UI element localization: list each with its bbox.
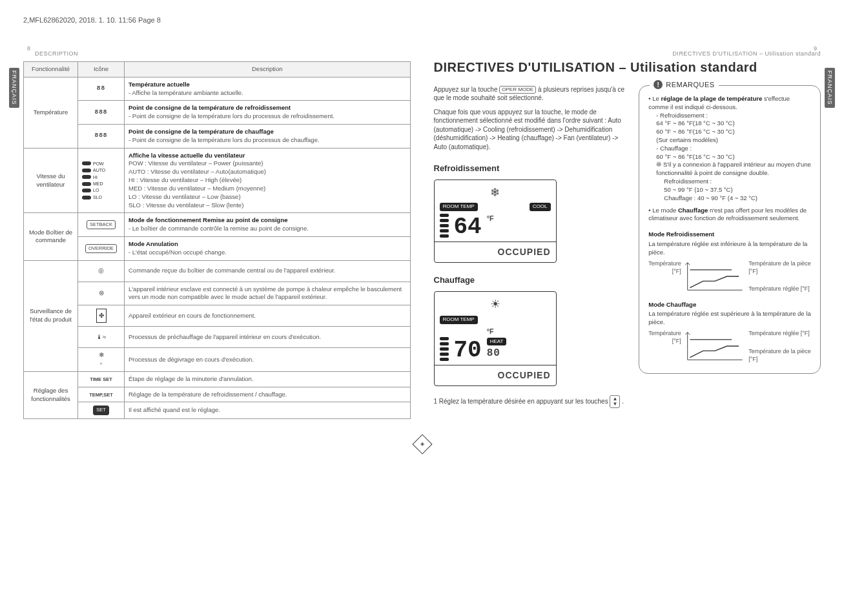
registration-mark: ◈	[23, 437, 821, 451]
section-heating: Chauffage	[434, 274, 625, 286]
table-row: Mode Boîtier de commande SETBACK Mode de…	[24, 213, 411, 237]
seg-88-icon: 88	[97, 82, 105, 96]
temp-set-icon: TEMP,SET	[89, 392, 113, 398]
fan-label: POW	[93, 161, 104, 167]
desc-title: Température actuelle	[129, 81, 190, 88]
sub-head: - Refroidissement :	[648, 112, 811, 120]
table-row: OVERRIDE Mode Annulation- L'état occupé/…	[24, 236, 411, 260]
fan-label: AUTO	[93, 167, 105, 173]
snowflake-icon: ❄	[440, 185, 551, 200]
text-strong: Chauffage	[678, 207, 708, 214]
list-item: 60 °F ~ 86 °F(16 °C ~ 30 °C)	[648, 128, 811, 136]
text: 1 Réglez la température désirée en appuy…	[434, 397, 610, 404]
y-axis-label: Température [°F]	[648, 260, 685, 293]
th-desc: Description	[125, 61, 411, 77]
table-row: ⊜ L'appareil intérieur esclave est conne…	[24, 282, 411, 305]
side-tab-left: FRANÇAIS	[9, 68, 19, 108]
table-row: ✤ Appareil extérieur en cours de fonctio…	[24, 305, 411, 327]
fan-bars-icon	[440, 214, 449, 238]
side-tab-right: FRANÇAIS	[825, 68, 835, 108]
slave-lock-icon: ⊜	[99, 286, 104, 300]
lcd-unit: °F	[487, 327, 494, 336]
desc-line: AUTO : Vitesse du ventilateur – Auto(aut…	[129, 168, 266, 175]
table-row: Vitesse du ventilateur POW AUTO HI MED L…	[24, 148, 411, 213]
text: • Le	[648, 95, 661, 102]
fan-speed-icon: POW AUTO HI MED LO SLO	[82, 161, 120, 201]
table-row: Réglage des fonctionnalités TIME SET Éta…	[24, 371, 411, 387]
remarks-head: ! REMARQUES	[650, 80, 718, 90]
mode-heat-body: La température réglée est supérieure à l…	[648, 310, 811, 327]
mode-heat-head: Mode Chauffage	[648, 301, 811, 309]
print-meta: 2,MFL62862020, 2018. 1. 10. 11:56 Page 8	[23, 15, 821, 25]
heat-pill: HEAT	[487, 338, 507, 346]
func-monitor: Surveillance de l'état du produit	[24, 260, 78, 371]
label-room: Température de la pièce [°F]	[748, 260, 811, 275]
desc-line: HI : Vitesse du ventilateur – High (élev…	[129, 176, 242, 183]
text: • Le mode	[648, 207, 678, 214]
graph-heating: Température [°F] Température rég	[648, 329, 811, 363]
desc-body: Processus de préchauffage de l'appareil …	[129, 333, 321, 340]
desc-body: Réglage de la température de refroidisse…	[129, 391, 287, 398]
desc-body: - L'état occupé/Non occupé change.	[129, 249, 227, 256]
y-axis-label: Température [°F]	[648, 329, 685, 363]
func-controlbox: Mode Boîtier de commande	[24, 213, 78, 260]
label-set: Température réglée [°F]	[748, 329, 811, 337]
lcd-unit: °F	[487, 214, 494, 223]
list-item: 64 °F ~ 86 °F(18 °C ~ 30 °C)	[648, 119, 811, 128]
mode-cool-body: La température réglée est inférieure à l…	[648, 240, 811, 257]
table-row: SET Il est affiché quand est le réglage.	[24, 402, 411, 418]
desc-line: MED : Vitesse du ventilateur – Medium (m…	[129, 185, 265, 192]
sequence-paragraph: Chaque fois que vous appuyez sur la touc…	[434, 108, 625, 152]
room-temp-pill: ROOM TEMP	[440, 316, 478, 324]
list-item: ❊ S'il y a connexion à l'appareil intéri…	[648, 161, 811, 178]
desc-body: Appareil extérieur en cours de fonctionn…	[129, 312, 256, 319]
list-item: Chauffage : 40 ~ 90 °F (4 ~ 32 °C)	[648, 194, 811, 203]
desc-line: POW : Vitesse du ventilateur – Power (pu…	[129, 159, 263, 167]
func-settings: Réglage des fonctionnalités	[24, 371, 78, 418]
remarks-box: ! REMARQUES • Le réglage de la plage de …	[639, 85, 821, 374]
sun-icon: ☀	[440, 296, 551, 312]
content-right: ! REMARQUES • Le réglage de la plage de …	[639, 85, 821, 408]
desc-title: Point de consigne de la température de c…	[129, 128, 274, 135]
oper-mode-key-icon: OPER MODE	[499, 86, 536, 94]
fan-label: SLO	[93, 194, 102, 200]
desc-body: Commande reçue du boîtier de commande ce…	[129, 267, 335, 274]
lcd-cooling: ❄ ROOM TEMP COOL 64 °F	[434, 180, 557, 263]
table-row: 888 Point de consigne de la température …	[24, 125, 411, 149]
page-title: DIRECTIVES D'UTILISATION – Utilisation s…	[434, 59, 821, 76]
occupied-label: OCCUPIED	[498, 247, 551, 257]
override-icon: OVERRIDE	[85, 244, 117, 253]
fan-label: MED	[93, 181, 103, 187]
lcd-temp: 70	[454, 340, 482, 361]
label-room: Température de la pièce [°F]	[748, 347, 811, 363]
step-1: 1 Réglez la température désirée en appuy…	[434, 395, 625, 408]
seg-888-heat-icon: 888	[94, 129, 107, 143]
table-row: TEMP,SET Réglage de la température de re…	[24, 387, 411, 402]
lcd-temp: 64	[454, 217, 482, 238]
desc-body: Processus de dégivrage en cours d'exécut…	[129, 356, 254, 363]
list-item: Refroidissement :	[648, 178, 811, 186]
table-row: Surveillance de l'état du produit ◎ Comm…	[24, 260, 411, 282]
sub-head: - Chauffage :	[648, 145, 811, 153]
page-spread: 8 DESCRIPTION FRANÇAIS Fonctionnalité Ic…	[23, 45, 821, 419]
running-head-right: DIRECTIVES D'UTILISATION – Utilisation s…	[434, 50, 821, 57]
intro-paragraph: Appuyez sur la touche OPER MODE à plusie…	[434, 85, 625, 103]
preheat-icon: 🌡≈	[96, 330, 106, 344]
func-fan: Vitesse du ventilateur	[24, 148, 78, 213]
desc-body: Étape de réglage de la minuterie d'annul…	[129, 375, 254, 382]
desc-title: Affiche la vitesse actuelle du ventilate…	[129, 152, 245, 159]
up-down-key-icon: ▲▼	[610, 395, 620, 408]
section-cooling: Refroidissement	[434, 163, 625, 174]
set-icon: SET	[93, 406, 109, 415]
table-row: 888 Point de consigne de la température …	[24, 101, 411, 125]
page-left: 8 DESCRIPTION FRANÇAIS Fonctionnalité Ic…	[23, 45, 411, 419]
lcd-setpoint: 80	[487, 347, 500, 361]
table-row: Température 88 Température actuelle- Aff…	[24, 77, 411, 101]
th-icon: Icône	[78, 61, 125, 77]
text: Appuyez sur la touche	[434, 86, 500, 93]
desc-title: Mode de fonctionnement Remise au point d…	[129, 216, 288, 223]
list-item: (Sur certains modèles)	[648, 136, 811, 145]
func-temperature: Température	[24, 77, 78, 148]
lcd-heating: ☀ ROOM TEMP 70 °F HEAT 80	[434, 291, 557, 386]
mode-cool-head: Mode Refroidissement	[648, 231, 811, 239]
